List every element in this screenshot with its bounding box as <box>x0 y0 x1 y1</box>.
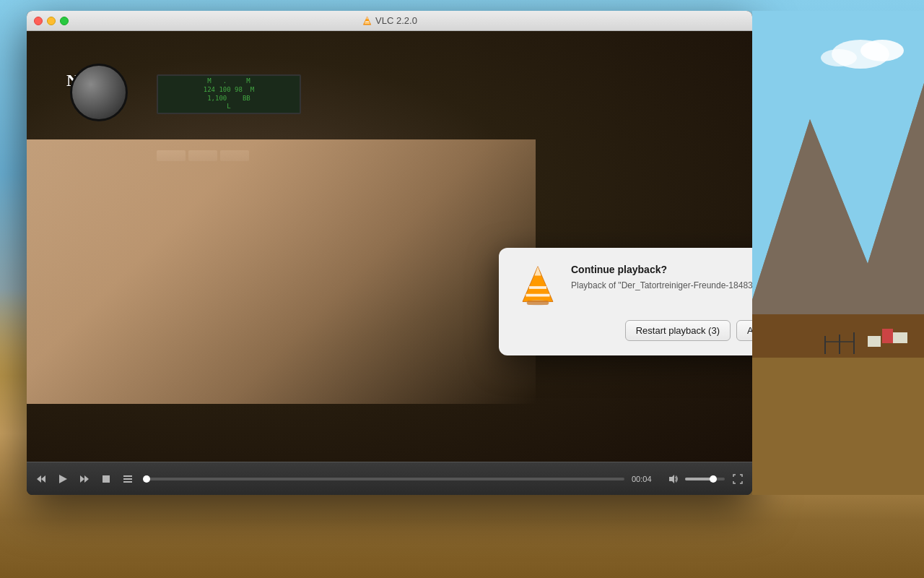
svg-rect-28 <box>893 332 907 343</box>
dialog-text: Continue playback? Playback of "Der_Tato… <box>571 264 752 292</box>
dialog-title: Continue playback? <box>571 264 752 275</box>
rewind-button[interactable] <box>32 471 50 487</box>
svg-marker-11 <box>41 475 45 483</box>
landscape-svg <box>752 11 924 495</box>
vlc-window: VLC 2.2.0 NDR M . M 124 100 98 M 1,100 B… <box>27 11 752 495</box>
svg-rect-27 <box>882 329 893 343</box>
svg-rect-34 <box>752 358 924 495</box>
svg-rect-15 <box>103 475 110 483</box>
volume-slider[interactable] <box>685 478 725 480</box>
controls-bar: 00:04 <box>27 462 752 495</box>
play-button[interactable] <box>54 471 71 487</box>
video-frame: NDR M . M 124 100 98 M 1,100 BB L <box>27 31 752 462</box>
svg-marker-14 <box>84 475 89 483</box>
right-landscape <box>752 11 924 495</box>
maximize-button[interactable] <box>60 17 69 25</box>
svg-rect-30 <box>824 336 826 354</box>
svg-rect-32 <box>853 332 855 354</box>
svg-rect-16 <box>123 475 132 477</box>
close-button[interactable] <box>34 17 43 25</box>
fast-forward-icon <box>79 474 90 484</box>
play-icon <box>58 474 68 484</box>
title-bar: VLC 2.2.0 <box>27 11 752 31</box>
volume-control <box>665 471 725 487</box>
playlist-icon <box>123 474 133 484</box>
svg-rect-29 <box>868 336 881 347</box>
always-continue-button[interactable]: Always continue <box>736 320 752 341</box>
rewind-icon <box>36 474 46 484</box>
progress-handle <box>143 475 150 483</box>
fullscreen-button[interactable] <box>729 471 746 487</box>
video-area: NDR M . M 124 100 98 M 1,100 BB L <box>27 31 752 462</box>
progress-bar[interactable] <box>144 478 624 480</box>
volume-button[interactable] <box>665 471 682 487</box>
dialog-message: Playback of "Der_Tatortreiniger-Freunde-… <box>571 280 752 292</box>
radio-display-text: M . M 124 100 98 M 1,100 BB L <box>204 77 254 111</box>
svg-point-22 <box>860 40 904 61</box>
svg-marker-19 <box>669 475 674 483</box>
playlist-button[interactable] <box>119 471 136 487</box>
stop-icon <box>101 474 111 484</box>
radio-knob <box>70 64 128 121</box>
volume-handle <box>710 475 717 483</box>
hand-overlay <box>27 139 536 404</box>
svg-marker-10 <box>37 475 41 483</box>
dialog-buttons: Restart playback (3) Always continue Con… <box>516 320 752 341</box>
fullscreen-icon <box>733 474 743 484</box>
vlc-cone-icon <box>516 264 559 307</box>
volume-icon <box>668 474 679 484</box>
time-display: 00:04 <box>632 475 661 483</box>
traffic-lights <box>34 17 69 25</box>
svg-marker-13 <box>80 475 84 483</box>
restart-playback-button[interactable]: Restart playback (3) <box>625 320 731 341</box>
minimize-button[interactable] <box>47 17 56 25</box>
radio-display: M . M 124 100 98 M 1,100 BB L <box>157 74 301 114</box>
svg-rect-17 <box>123 478 132 480</box>
fast-forward-button[interactable] <box>76 471 93 487</box>
window-title: VLC 2.2.0 <box>362 15 417 26</box>
svg-rect-18 <box>123 481 132 483</box>
dialog-body: Continue playback? Playback of "Der_Tato… <box>516 264 752 307</box>
svg-point-23 <box>821 49 857 66</box>
svg-rect-9 <box>527 301 549 305</box>
svg-marker-12 <box>59 475 67 483</box>
vlc-title-icon <box>362 16 372 26</box>
stop-button[interactable] <box>97 471 115 487</box>
svg-rect-31 <box>839 335 840 354</box>
continue-dialog: Continue playback? Playback of "Der_Tato… <box>499 248 752 355</box>
